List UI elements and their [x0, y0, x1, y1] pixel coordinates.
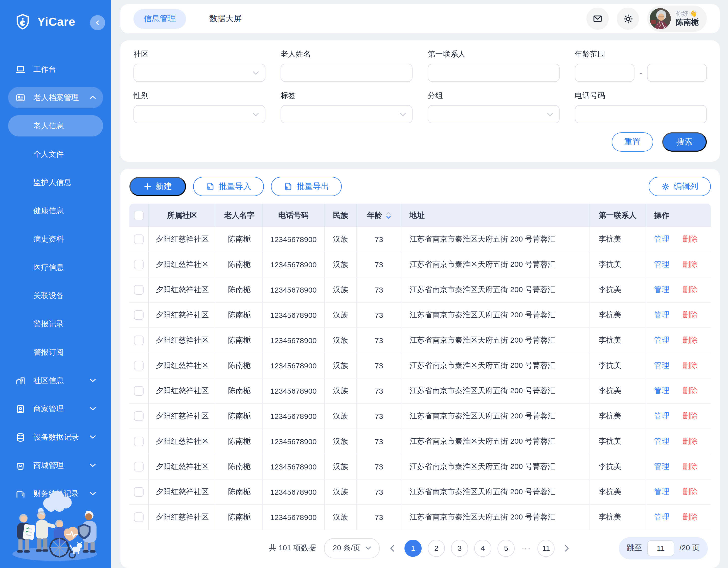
delete-link[interactable]: 删除 [683, 285, 698, 294]
cell-actions: 管理 删除 [646, 227, 711, 252]
delete-link[interactable]: 删除 [683, 437, 698, 446]
filter-label: 性别 [133, 91, 265, 101]
tab-data-dashboard[interactable]: 数据大屏 [199, 9, 252, 29]
manage-link[interactable]: 管理 [654, 462, 669, 471]
sidebar-item-mall-management[interactable]: 商城管理 [8, 455, 103, 476]
sidebar-subitem-personal-files[interactable]: 个人文件 [8, 144, 103, 165]
manage-link[interactable]: 管理 [654, 487, 669, 497]
filter-label: 第一联系人 [428, 50, 560, 59]
row-checkbox[interactable] [134, 386, 144, 396]
sidebar-collapse-button[interactable] [90, 15, 105, 30]
cell-address: 江苏省南京市秦淮区天府五街 200 号菁蓉汇 [401, 227, 589, 252]
sidebar-item-workbench[interactable]: 工作台 [8, 59, 103, 80]
row-checkbox-cell [129, 378, 149, 403]
page-button-5[interactable]: 5 [497, 539, 515, 557]
row-checkbox[interactable] [134, 462, 144, 471]
table-row: 夕阳红慈祥社区 陈南栀 12345678900 汉族 73 江苏省南京市秦淮区天… [129, 429, 711, 454]
delete-link[interactable]: 删除 [683, 260, 698, 270]
range-separator: - [640, 69, 642, 77]
row-checkbox[interactable] [134, 285, 144, 294]
delete-link[interactable]: 删除 [683, 310, 698, 320]
delete-link[interactable]: 删除 [683, 335, 698, 345]
row-checkbox[interactable] [134, 235, 144, 244]
sidebar-subitem-medical-info[interactable]: 医疗信息 [8, 257, 103, 278]
top-bar: 信息管理 数据大屏 [120, 4, 720, 33]
manage-link[interactable]: 管理 [654, 235, 669, 244]
row-checkbox[interactable] [134, 512, 144, 522]
cell-community: 夕阳红慈祥社区 [149, 328, 216, 353]
age-max-input[interactable] [647, 64, 707, 82]
cell-name: 陈南栀 [216, 505, 263, 530]
select-all-checkbox[interactable] [134, 211, 144, 220]
edit-columns-button[interactable]: 编辑列 [649, 177, 711, 196]
sidebar-subitem-elder-info[interactable]: 老人信息 [8, 115, 103, 137]
manage-link[interactable]: 管理 [654, 437, 669, 446]
page-button-11[interactable]: 11 [537, 539, 555, 557]
manage-link[interactable]: 管理 [654, 512, 669, 522]
elder-name-input[interactable] [281, 64, 413, 82]
sidebar-item-elder-archive[interactable]: 老人档案管理 [8, 87, 103, 108]
page-button-2[interactable]: 2 [428, 539, 445, 557]
manage-link[interactable]: 管理 [654, 386, 669, 396]
page-button-3[interactable]: 3 [451, 539, 468, 557]
new-button[interactable]: 新建 [129, 177, 186, 196]
sidebar-item-merchant-management[interactable]: 商家管理 [8, 398, 103, 419]
community-select[interactable] [133, 64, 265, 82]
row-checkbox[interactable] [134, 335, 144, 345]
sidebar-subitem-health-info[interactable]: 健康信息 [8, 200, 103, 221]
sidebar-subitem-alert-records[interactable]: 警报记录 [8, 313, 103, 334]
page-button-4[interactable]: 4 [474, 539, 491, 557]
manage-link[interactable]: 管理 [654, 335, 669, 345]
age-min-input[interactable] [575, 64, 634, 82]
tag-select[interactable] [281, 105, 413, 123]
row-checkbox[interactable] [134, 411, 144, 421]
batch-export-button[interactable]: 批量导出 [271, 177, 342, 196]
jump-page-input[interactable] [647, 540, 674, 556]
manage-link[interactable]: 管理 [654, 285, 669, 294]
delete-link[interactable]: 删除 [683, 512, 698, 522]
delete-link[interactable]: 删除 [683, 386, 698, 396]
manage-link[interactable]: 管理 [654, 411, 669, 421]
sidebar-subitem-linked-devices[interactable]: 关联设备 [8, 285, 103, 306]
tab-info-management[interactable]: 信息管理 [133, 9, 186, 29]
row-checkbox[interactable] [134, 310, 144, 320]
phone-input[interactable] [575, 105, 707, 123]
page-size-select[interactable]: 20 条/页 [324, 538, 380, 558]
mail-button[interactable] [586, 8, 609, 30]
gender-select[interactable] [133, 105, 265, 123]
delete-link[interactable]: 删除 [683, 235, 698, 244]
age-sort-button[interactable] [386, 212, 391, 219]
first-contact-input[interactable] [428, 64, 560, 82]
row-checkbox[interactable] [134, 437, 144, 446]
cell-address: 江苏省南京市秦淮区天府五街 200 号菁蓉汇 [401, 404, 589, 428]
cell-age: 73 [357, 404, 401, 428]
row-checkbox[interactable] [134, 361, 144, 370]
next-page-button[interactable] [563, 544, 571, 552]
group-select[interactable] [428, 105, 560, 123]
batch-import-button[interactable]: 批量导入 [193, 177, 264, 196]
sidebar-subitem-guardian-info[interactable]: 监护人信息 [8, 172, 103, 193]
sidebar-subitem-medical-history[interactable]: 病史资料 [8, 229, 103, 250]
page-button-1[interactable]: 1 [404, 539, 422, 557]
cell-age: 73 [357, 454, 401, 479]
sidebar-subitem-alert-subscriptions[interactable]: 警报订阅 [8, 341, 103, 363]
settings-button[interactable] [617, 8, 639, 30]
delete-link[interactable]: 删除 [683, 411, 698, 421]
row-checkbox[interactable] [134, 487, 144, 497]
buildings-icon [15, 375, 26, 386]
delete-link[interactable]: 删除 [683, 361, 698, 370]
delete-link[interactable]: 删除 [683, 487, 698, 497]
sidebar-item-device-data-records[interactable]: 设备数据记录 [8, 426, 103, 448]
reset-button[interactable]: 重置 [612, 132, 653, 152]
delete-link[interactable]: 删除 [683, 462, 698, 471]
user-menu[interactable]: 你好 👋 陈南栀 [647, 6, 707, 32]
sidebar-item-community-info[interactable]: 社区信息 [8, 370, 103, 391]
manage-link[interactable]: 管理 [654, 260, 669, 270]
row-checkbox[interactable] [134, 260, 144, 270]
prev-page-button[interactable] [388, 544, 396, 552]
search-button[interactable]: 搜索 [662, 132, 707, 152]
manage-link[interactable]: 管理 [654, 310, 669, 320]
cell-name: 陈南栀 [216, 480, 263, 504]
manage-link[interactable]: 管理 [654, 361, 669, 370]
row-checkbox-cell [129, 278, 149, 302]
